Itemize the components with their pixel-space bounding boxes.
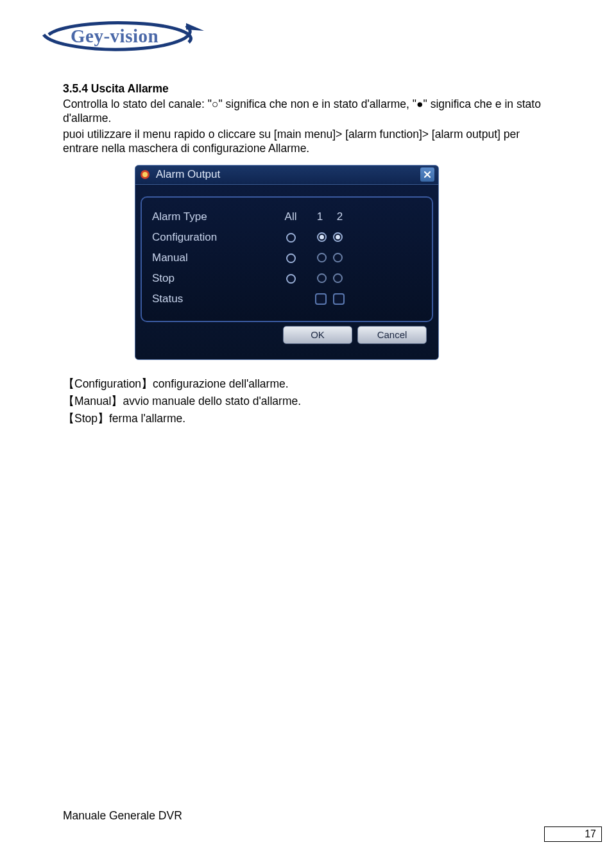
dialog-header-row: Alarm Type All 1 2: [152, 207, 422, 227]
radio-manual-all[interactable]: [286, 253, 296, 263]
col-2-label: 2: [334, 210, 346, 223]
page-number: 17: [585, 828, 596, 840]
col-all-label: All: [268, 210, 314, 223]
definitions-block: 【Configuration】configurazione dell'allar…: [63, 375, 557, 427]
page-content: 3.5.4 Uscita Allarme Controlla lo stato …: [63, 82, 557, 427]
dialog-titlebar: Alarm Output: [135, 166, 438, 185]
dialog-panel: Alarm Type All 1 2 Configuration: [141, 196, 433, 322]
manual-label: Manual: [152, 252, 268, 264]
radio-config-1[interactable]: [317, 232, 327, 242]
ok-button[interactable]: OK: [283, 326, 352, 344]
def-manual: 【Manual】avvio manuale dello stato d'alla…: [63, 393, 557, 410]
def-configuration: 【Configuration】configurazione dell'allar…: [63, 375, 557, 393]
radio-manual-2[interactable]: [333, 253, 343, 262]
radio-config-all[interactable]: [286, 233, 296, 243]
col-1-label: 1: [314, 210, 326, 223]
radio-stop-1[interactable]: [317, 273, 327, 283]
brand-logo: Gey-vision: [31, 12, 204, 58]
page-number-box: 17: [544, 826, 602, 842]
row-manual: Manual: [152, 248, 422, 268]
alarm-type-label: Alarm Type: [152, 210, 268, 223]
configuration-label: Configuration: [152, 231, 268, 244]
radio-stop-2[interactable]: [333, 273, 343, 283]
dialog-button-row: OK Cancel: [141, 322, 433, 350]
stop-label: Stop: [152, 272, 268, 285]
row-stop: Stop: [152, 268, 422, 289]
radio-config-2[interactable]: [333, 232, 343, 242]
def-stop: 【Stop】ferma l'allarme.: [63, 410, 557, 427]
radio-stop-all[interactable]: [286, 274, 296, 284]
status-checkbox-1[interactable]: [315, 293, 327, 305]
logo-text: Gey-vision: [71, 26, 158, 47]
close-icon: [424, 171, 431, 178]
alarm-output-dialog: Alarm Output Alarm Type All 1 2: [135, 165, 439, 360]
alarm-icon: [139, 169, 151, 180]
status-label: Status: [152, 293, 268, 305]
status-checkbox-2[interactable]: [333, 293, 345, 305]
section-heading: 3.5.4 Uscita Allarme: [63, 82, 557, 96]
svg-marker-0: [186, 23, 204, 31]
cancel-button[interactable]: Cancel: [357, 326, 427, 344]
svg-point-2: [142, 172, 148, 177]
row-status: Status: [152, 289, 422, 309]
dialog-body: Alarm Type All 1 2 Configuration: [135, 185, 438, 359]
row-configuration: Configuration: [152, 227, 422, 248]
close-button[interactable]: [420, 167, 434, 182]
paragraph-1: Controlla lo stato del canale: "○" signi…: [63, 97, 557, 126]
dialog-title: Alarm Output: [156, 168, 420, 181]
radio-manual-1[interactable]: [317, 253, 327, 262]
paragraph-2: puoi utilizzare il menu rapido o cliccar…: [63, 127, 557, 156]
footer-label: Manuale Generale DVR: [63, 809, 182, 823]
